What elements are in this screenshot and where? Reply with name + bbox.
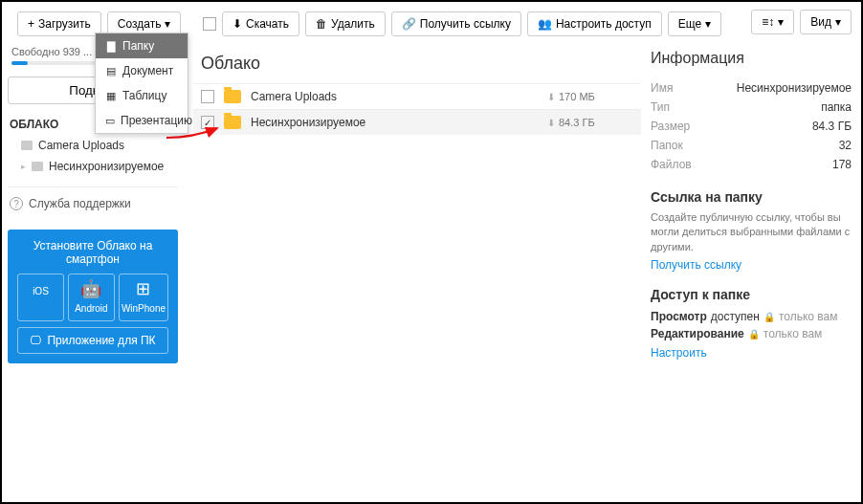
folder-icon [32,162,43,171]
lock-icon: 🔒 [763,312,775,322]
info-key: Папок [651,139,683,152]
caret-down-icon: ▾ [778,15,784,29]
support-link[interactable]: ? Служба поддержки [8,186,178,220]
file-name: Camera Uploads [251,90,538,103]
info-val: 32 [839,139,852,152]
dropdown-label: Документ [122,64,173,77]
select-all-checkbox[interactable] [203,17,216,31]
promo-ios[interactable]: iOS [17,274,64,321]
download-icon: ⬇ [232,17,242,31]
share-button[interactable]: 👥 Настроить доступ [527,11,662,36]
file-row[interactable]: Camera Uploads ⬇ 170 МБ [193,83,641,109]
people-icon: 👥 [538,17,552,31]
storage-text: Свободно 939 ... [11,46,92,57]
dropdown-label: Папку [122,39,154,53]
page-title: Облако [193,40,641,83]
help-icon: ? [10,197,23,210]
download-icon: ⬇ [547,118,555,128]
caret-down-icon: ▾ [705,17,711,31]
btn-label: Вид [810,15,831,29]
tree-item[interactable]: ▸ Несинхронизируемое [8,156,178,177]
presentation-icon: ▭ [105,115,115,127]
configure-link[interactable]: Настроить [651,346,707,360]
file-size: ⬇ 170 МБ [547,91,633,102]
promo-android[interactable]: 🤖 Android [68,274,115,321]
tree-item[interactable]: Camera Uploads [8,135,178,156]
sort-icon: ≡↕ [762,15,774,29]
tree-label: Camera Uploads [38,139,124,152]
link-heading: Ссылка на папку [651,189,852,205]
file-row[interactable]: ✓ Несинхронизируемое ⬇ 84.3 ГБ [193,109,641,135]
promo-pc[interactable]: 🖵 Приложение для ПК [17,327,168,354]
create-dropdown: ▇ Папку ▤ Документ ▦ Таблицу ▭ Презентац… [95,33,188,134]
promo-title: Установите Облако на смартфон [17,239,168,266]
table-icon: ▦ [105,90,117,102]
lock-icon: 🔒 [748,329,760,340]
caret-down-icon: ▾ [835,15,841,29]
info-panel: Информация ИмяНесинхронизируемое Типпапк… [651,50,852,360]
info-heading: Информация [651,50,852,67]
download-icon: ⬇ [547,92,555,102]
upload-button[interactable]: + Загрузить [17,11,101,36]
collapse-icon: ▸ [21,162,26,171]
getlink-link[interactable]: Получить ссылку [651,258,741,272]
download-button[interactable]: ⬇ Скачать [222,11,299,36]
dropdown-label: Презентацию [121,114,192,127]
file-name: Несинхронизируемое [251,116,538,129]
btn-label: Настроить доступ [556,17,652,31]
windows-icon: ⊞ [122,280,166,297]
promo-label: WinPhone [122,303,166,314]
access-heading: Доступ к папке [651,287,852,302]
upload-label: Загрузить [38,17,91,31]
info-key: Файлов [651,158,692,171]
view-button[interactable]: Вид ▾ [800,10,852,34]
folder-icon [224,90,241,103]
row-checkbox[interactable]: ✓ [201,116,214,129]
caret-down-icon: ▾ [165,17,170,31]
btn-label: Удалить [331,17,375,31]
btn-label: Еще [678,17,701,31]
access-view: Просмотр доступен 🔒 только вам [651,308,852,325]
dropdown-item-presentation[interactable]: ▭ Презентацию [96,108,188,133]
info-val: 84.3 ГБ [812,120,852,133]
support-label: Служба поддержки [29,197,131,210]
sort-button[interactable]: ≡↕ ▾ [751,10,794,34]
promo-winphone[interactable]: ⊞ WinPhone [119,274,168,321]
getlink-button[interactable]: 🔗 Получить ссылку [391,11,521,36]
folder-icon: ▇ [105,40,117,53]
dropdown-label: Таблицу [122,89,166,102]
document-icon: ▤ [105,65,117,77]
info-val: 178 [832,158,852,171]
info-val: Несинхронизируемое [737,81,852,95]
dropdown-item-document[interactable]: ▤ Документ [96,58,188,83]
btn-label: Скачать [246,17,289,31]
link-desc: Создайте публичную ссылку, чтобы вы могл… [651,210,852,254]
info-key: Тип [651,100,670,114]
info-key: Размер [651,120,690,133]
dropdown-item-table[interactable]: ▦ Таблицу [96,83,188,108]
info-val: папка [821,100,852,114]
promo-pc-label: Приложение для ПК [47,334,155,347]
promo-label: iOS [33,286,49,296]
tree-label: Несинхронизируемое [49,160,164,173]
folder-icon [21,141,33,150]
more-button[interactable]: Еще ▾ [668,11,721,36]
folder-icon [224,116,241,129]
access-edit: Редактирование 🔒 только вам [651,325,852,342]
row-checkbox[interactable] [201,90,214,103]
promo-box: Установите Облако на смартфон iOS 🤖 Andr… [8,230,178,363]
trash-icon: 🗑 [316,17,327,31]
dropdown-item-folder[interactable]: ▇ Папку [96,33,188,58]
monitor-icon: 🖵 [30,334,41,347]
delete-button[interactable]: 🗑 Удалить [305,11,386,36]
link-icon: 🔗 [402,17,416,31]
file-size: ⬇ 84.3 ГБ [547,117,633,128]
btn-label: Получить ссылку [420,17,511,31]
plus-icon: + [28,17,34,31]
promo-label: Android [75,303,107,314]
android-icon: 🤖 [71,280,112,297]
create-label: Создать [118,17,162,31]
info-key: Имя [651,81,673,95]
